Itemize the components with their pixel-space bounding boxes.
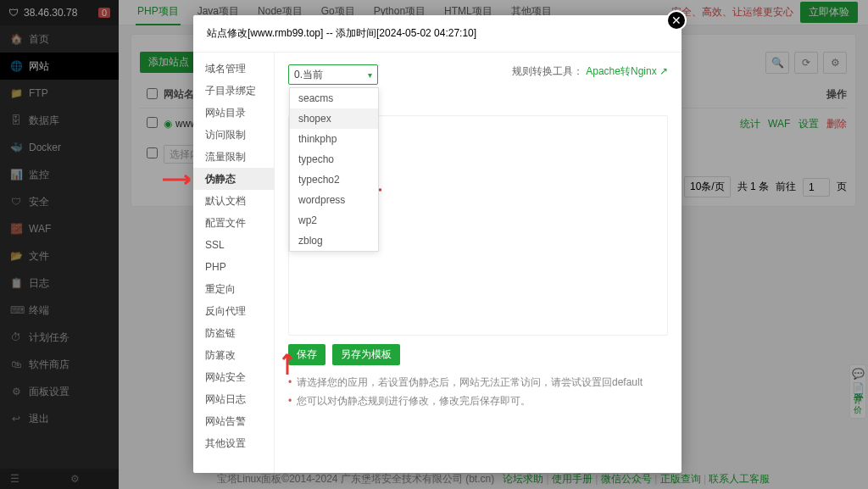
combo-option[interactable]: shopex <box>290 108 378 129</box>
save-as-template-button[interactable]: 另存为模板 <box>332 344 400 365</box>
setting-tab[interactable]: 默认文档 <box>193 190 274 212</box>
setting-tab[interactable]: 域名管理 <box>193 58 274 80</box>
rule-tool-label: 规则转换工具： <box>512 65 583 77</box>
setting-tab[interactable]: 访问限制 <box>193 124 274 146</box>
setting-tab[interactable]: 防篡改 <box>193 344 274 366</box>
close-icon[interactable]: ✕ <box>666 10 687 31</box>
setting-tab[interactable]: 防盗链 <box>193 322 274 344</box>
setting-tab[interactable]: 反向代理 <box>193 300 274 322</box>
chevron-down-icon: ▾ <box>368 70 372 80</box>
site-edit-modal: ✕ 站点修改[www.rmb99.top] -- 添加时间[2024-05-02… <box>193 15 682 473</box>
setting-tab[interactable]: 子目录绑定 <box>193 80 274 102</box>
setting-tab[interactable]: PHP <box>193 256 274 278</box>
combo-option[interactable]: wp2 <box>290 210 378 231</box>
setting-tab[interactable]: 网站日志 <box>193 388 274 410</box>
setting-tab[interactable]: 网站目录 <box>193 102 274 124</box>
combo-option[interactable]: wordpress <box>290 190 378 210</box>
combo-option[interactable]: thinkphp <box>290 129 378 149</box>
setting-tab[interactable]: 流量限制 <box>193 146 274 168</box>
combo-option[interactable]: typecho <box>290 149 378 169</box>
combo-option[interactable]: seacms <box>290 88 378 108</box>
note-line: 您可以对伪静态规则进行修改，修改完后保存即可。 <box>288 392 668 411</box>
apache-to-nginx-link[interactable]: Apache转Nginx ↗ <box>586 65 668 77</box>
note-line: 请选择您的应用，若设置伪静态后，网站无法正常访问，请尝试设置回default <box>288 374 668 392</box>
setting-tab[interactable]: 网站安全 <box>193 366 274 388</box>
setting-tab[interactable]: 重定向 <box>193 278 274 300</box>
combo-value: 0.当前 <box>294 68 323 82</box>
setting-tab[interactable]: 配置文件 <box>193 212 274 234</box>
combo-dropdown: seacmsshopexthinkphptypechotypecho2wordp… <box>289 87 379 252</box>
setting-tab[interactable]: SSL <box>193 234 274 256</box>
setting-tab[interactable]: 其他设置 <box>193 432 274 454</box>
setting-tab[interactable]: 网站告警 <box>193 410 274 432</box>
rewrite-template-select[interactable]: 0.当前 ▾ seacmsshopexthinkphptypechotypech… <box>288 64 378 85</box>
save-button[interactable]: 保存 <box>288 344 326 365</box>
modal-title: 站点修改[www.rmb99.top] -- 添加时间[2024-05-02 0… <box>207 26 476 41</box>
combo-option[interactable]: zblog <box>290 231 378 251</box>
combo-option[interactable]: typecho2 <box>290 169 378 190</box>
setting-tab[interactable]: 伪静态 <box>193 168 274 190</box>
